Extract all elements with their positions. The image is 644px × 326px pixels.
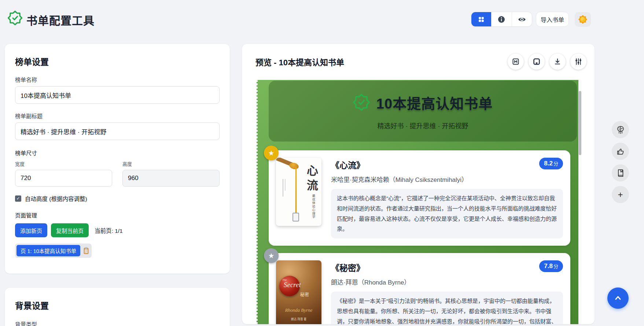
- list-name-input[interactable]: [15, 86, 220, 104]
- width-input[interactable]: [15, 170, 112, 187]
- book-cover: The Secret 秘密 Rhonda Byrne 朗达·拜恩 著: [276, 260, 321, 324]
- cover-text-bar: [285, 179, 286, 191]
- rating-unit: 分: [553, 263, 558, 270]
- view-mode-eye-button[interactable]: [512, 12, 532, 26]
- poster-canvas[interactable]: 10本提高认知书单 精选好书 · 提升思维 · 开拓视野 ★ 心 流 最优体验心…: [257, 80, 578, 324]
- height-input: [122, 170, 220, 187]
- bookmark-frame-icon: [532, 57, 541, 66]
- view-mode-info-button[interactable]: [492, 12, 512, 26]
- eye-icon: [518, 15, 526, 24]
- poster-subtitle: 精选好书 · 提升思维 · 开拓视野: [378, 121, 468, 130]
- book-description: 这本书的核心概念是“心流”，它描述了一种完全沉浸在某项活动中、全神贯注以致忘却自…: [331, 189, 563, 238]
- background-settings-panel: 背景设置 背景类型: [5, 288, 230, 326]
- download-icon: [553, 57, 562, 66]
- rating-value: 8.2: [544, 160, 553, 167]
- import-booklist-button[interactable]: 导入书单: [536, 12, 569, 27]
- clipboard-icon[interactable]: [83, 247, 89, 255]
- plus-icon: +: [618, 190, 623, 200]
- cover-small-text: 最优体验心理学: [311, 194, 316, 219]
- grid-icon: [478, 16, 485, 23]
- brain-icon: [616, 125, 625, 135]
- preview-scrollbar-track[interactable]: [578, 80, 582, 324]
- list-subtitle-input[interactable]: [15, 122, 220, 140]
- sun-icon: [578, 15, 588, 24]
- width-label: 宽度: [15, 160, 112, 167]
- cover-bottom-text: 朗达·拜恩 著: [276, 317, 321, 321]
- settings-panel-title: 榜单设置: [15, 55, 220, 67]
- preview-panel: 预览 - 10本提高认知书单: [242, 44, 595, 324]
- book-description: 《秘密》是一本关于“吸引力法则”的畅销书。其核心思想是，宇宙中的一切都由能量构成…: [331, 292, 563, 324]
- poster-banner: 10本提高认知书单 精选好书 · 提升思维 · 开拓视野: [269, 81, 577, 142]
- list-subtitle-label: 榜单副标题: [15, 112, 220, 120]
- star-icon: ★: [268, 252, 274, 260]
- page-1-tab[interactable]: 页 1: 10本提高认知书单: [16, 245, 80, 256]
- view-mode-group: [471, 12, 532, 27]
- book-cover: 心 流 最优体验心理学: [276, 158, 321, 226]
- back-to-top-button[interactable]: [607, 287, 629, 309]
- page-management-label: 页面管理: [15, 211, 220, 219]
- book-title: 《心流》: [331, 158, 365, 171]
- cover-char-top: 心: [307, 161, 318, 178]
- poster-title: 10本提高认知书单: [376, 92, 493, 113]
- honey-spoon-bowl: [288, 162, 299, 170]
- cover-cn-title: 秘密: [300, 291, 309, 297]
- adjustments-button[interactable]: [570, 54, 586, 70]
- background-type-label: 背景类型: [15, 320, 220, 326]
- cover-author-script: Rhonda Byrne: [276, 307, 321, 313]
- watermark-button[interactable]: [508, 54, 524, 70]
- books-button[interactable]: [612, 164, 629, 182]
- background-panel-title: 背景设置: [15, 299, 220, 311]
- poster-badge-icon: [353, 94, 370, 111]
- add-page-button[interactable]: 添加新页: [15, 223, 47, 237]
- rank-star-badge: ★: [264, 146, 279, 160]
- book-title: 《秘密》: [331, 261, 365, 274]
- book-author: 朗达·拜恩（Rhonda Byrne）: [331, 277, 563, 286]
- app-header: 书单配置工具 导入书单: [0, 0, 644, 37]
- page-tab-chip: 页 1: 10本提高认知书单: [15, 243, 92, 258]
- ai-brain-button[interactable]: [612, 121, 629, 138]
- list-name-label: 榜单名称: [15, 76, 220, 83]
- view-mode-grid-button[interactable]: [471, 12, 492, 26]
- floating-tools: +: [612, 121, 629, 203]
- duplicate-page-button[interactable]: 复制当前页: [51, 223, 89, 237]
- info-icon: [497, 15, 506, 24]
- honey-jar: [292, 213, 299, 221]
- size-row: 宽度 高度: [15, 160, 220, 187]
- height-label: 高度: [122, 160, 220, 167]
- watermark-icon: [511, 57, 520, 66]
- preview-header: 预览 - 10本提高认知书单: [242, 44, 595, 70]
- honey-drip: [295, 167, 297, 213]
- book-author: 米哈里·契克森米哈赖（Mihaly Csikszentmihalyi）: [331, 175, 563, 184]
- rank-star-badge: ★: [264, 248, 279, 263]
- thumbs-up-icon: [616, 147, 625, 156]
- page-management-row: 添加新页 复制当前页 当前页: 1/1: [15, 223, 220, 237]
- add-button[interactable]: +: [612, 186, 629, 203]
- rating-badge: 7.8 分: [539, 260, 563, 272]
- theme-toggle-button[interactable]: [575, 12, 591, 27]
- auto-height-label: 自动高度 (根据内容调整): [25, 194, 87, 202]
- like-button[interactable]: [612, 143, 629, 160]
- list-settings-panel: 榜单设置 榜单名称 榜单副标题 榜单尺寸 宽度 高度 ✓ 自动高度 (根据内容调…: [5, 44, 230, 274]
- preview-title: 预览 - 10本提高认知书单: [255, 56, 344, 67]
- chevron-up-icon: [613, 293, 623, 303]
- page-title: 书单配置工具: [26, 12, 95, 28]
- auto-height-checkbox[interactable]: ✓: [15, 195, 21, 202]
- book-card[interactable]: ★ 心 流 最优体验心理学 《心流》 8.2 分: [269, 150, 570, 246]
- book-icon: [616, 168, 625, 178]
- star-icon: ★: [268, 149, 274, 157]
- cover-script-title: Secret: [284, 281, 301, 289]
- download-button[interactable]: [549, 54, 566, 70]
- book-card[interactable]: ★ The Secret 秘密 Rhonda Byrne 朗达·拜恩 著 《秘密…: [269, 253, 570, 324]
- cover-char-bottom: 流: [307, 176, 318, 193]
- rating-unit: 分: [553, 160, 558, 167]
- rating-value: 7.8: [544, 263, 553, 270]
- bookmark-frame-button[interactable]: [529, 54, 545, 70]
- auto-height-checkbox-row[interactable]: ✓ 自动高度 (根据内容调整): [15, 194, 220, 202]
- current-page-indicator: 当前页: 1/1: [95, 226, 123, 234]
- app-logo-icon: [8, 11, 22, 25]
- rating-badge: 8.2 分: [539, 158, 563, 169]
- cover-text-bar: [283, 179, 283, 197]
- list-size-label: 榜单尺寸: [15, 149, 220, 157]
- preview-actions: [508, 54, 586, 70]
- preview-scrollbar-thumb[interactable]: [579, 91, 581, 155]
